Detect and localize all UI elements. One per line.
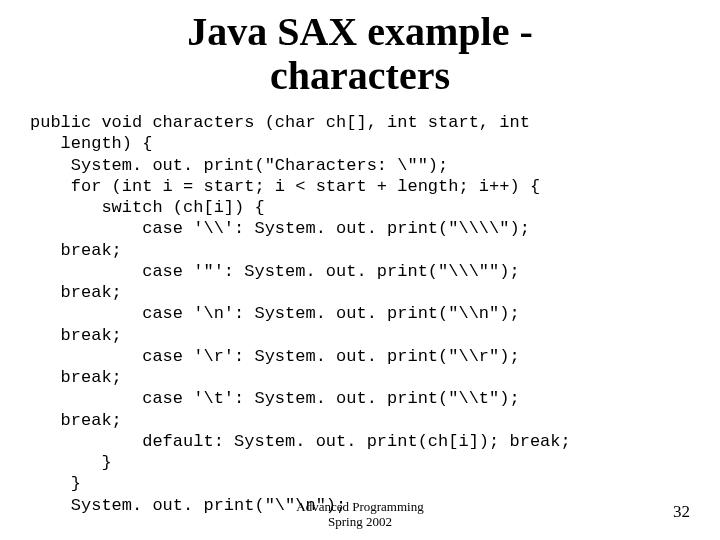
code-line: case '\\': System. out. print("\\\\"); xyxy=(30,219,530,238)
code-line: break; xyxy=(30,326,122,345)
code-line: } xyxy=(30,453,112,472)
slide-title: Java SAX example - characters xyxy=(30,10,690,98)
page-number: 32 xyxy=(673,502,690,522)
slide: Java SAX example - characters public voi… xyxy=(0,0,720,540)
code-line: default: System. out. print(ch[i]); brea… xyxy=(30,432,571,451)
footer-line-2: Spring 2002 xyxy=(328,514,392,529)
code-line: break; xyxy=(30,241,122,260)
footer-line-1: Advanced Programming xyxy=(296,499,423,514)
code-line: case '\n': System. out. print("\\n"); xyxy=(30,304,520,323)
title-line-1: Java SAX example - xyxy=(187,9,533,54)
code-block: public void characters (char ch[], int s… xyxy=(30,112,690,516)
code-line: case '\r': System. out. print("\\r"); xyxy=(30,347,520,366)
code-line: break; xyxy=(30,283,122,302)
title-line-2: characters xyxy=(270,53,450,98)
footer: Advanced Programming Spring 2002 xyxy=(0,499,720,530)
code-line: switch (ch[i]) { xyxy=(30,198,265,217)
code-line: } xyxy=(30,474,81,493)
code-line: System. out. print("Characters: \""); xyxy=(30,156,448,175)
code-line: public void characters (char ch[], int s… xyxy=(30,113,530,132)
code-line: for (int i = start; i < start + length; … xyxy=(30,177,540,196)
code-line: length) { xyxy=(30,134,152,153)
code-line: break; xyxy=(30,411,122,430)
code-line: case '\t': System. out. print("\\t"); xyxy=(30,389,520,408)
code-line: break; xyxy=(30,368,122,387)
code-line: case '"': System. out. print("\\\""); xyxy=(30,262,520,281)
